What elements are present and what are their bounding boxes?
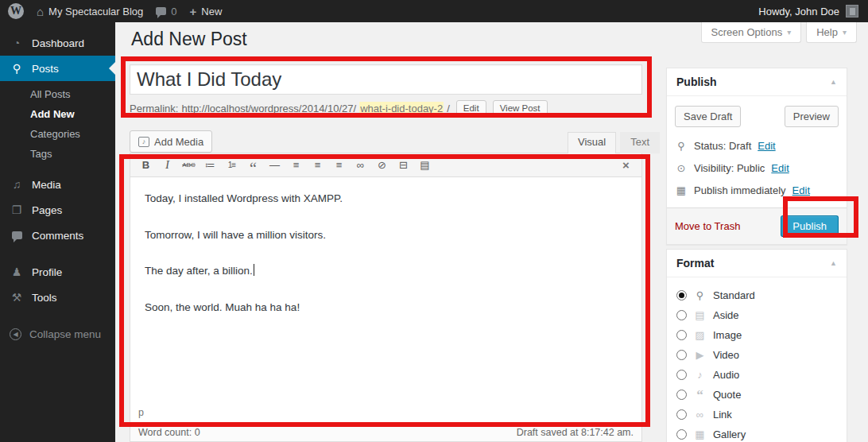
italic-button[interactable]: I	[157, 156, 178, 175]
bold-button[interactable]: B	[135, 156, 157, 175]
bulleted-list-button[interactable]: ≔	[200, 156, 221, 175]
toolbar-toggle-button[interactable]: ▤	[414, 156, 436, 175]
radio-standard[interactable]	[676, 290, 687, 300]
radio-video[interactable]	[676, 350, 687, 360]
edit-visibility-link[interactable]: Edit	[771, 162, 789, 174]
home-icon: ⌂	[37, 5, 44, 18]
sidebar-item-add-new[interactable]: Add New	[0, 104, 115, 124]
collapse-toggle-icon[interactable]: ▲	[830, 259, 837, 267]
radio-quote[interactable]	[676, 390, 687, 400]
numbered-list-button[interactable]: 1≡	[221, 156, 242, 175]
screen-options-button[interactable]: Screen Options ▾	[701, 22, 802, 43]
admin-bar: W ⌂ My Spectacular Blog 0 + New Howdy, J…	[0, 0, 868, 22]
align-left-button[interactable]: ≡	[285, 156, 307, 175]
radio-image[interactable]	[676, 330, 687, 340]
post-status-icon: ⚲	[675, 140, 688, 152]
image-icon: ▨	[693, 329, 707, 341]
format-option-link[interactable]: ∞ Link	[676, 405, 837, 425]
format-option-aside[interactable]: ▤ Aside	[676, 305, 837, 325]
sidebar-item-collapse-menu[interactable]: ◀ Collapse menu	[0, 321, 115, 347]
radio-aside[interactable]	[676, 310, 687, 320]
quote-icon: “	[693, 391, 707, 399]
chevron-down-icon: ▾	[843, 28, 847, 37]
align-center-button[interactable]: ≡	[307, 156, 328, 175]
edit-schedule-link[interactable]: Edit	[792, 184, 810, 196]
format-option-audio[interactable]: ♪ Audio	[676, 365, 837, 385]
format-option-standard[interactable]: ⚲ Standard	[676, 285, 837, 305]
horizontal-rule-button[interactable]: ―	[264, 156, 285, 175]
post-title-input[interactable]	[130, 64, 642, 95]
align-right-button[interactable]: ≡	[328, 156, 350, 175]
format-option-gallery[interactable]: ▦ Gallery	[676, 425, 837, 442]
format-metabox: Format ▲ ⚲ Standard ▤ Aside ▨ Image ▶	[666, 249, 847, 442]
tab-visual[interactable]: Visual	[568, 132, 616, 153]
schedule-text: Publish immediately	[694, 184, 786, 196]
calendar-icon: ▦	[675, 184, 688, 196]
editor-paragraph: Soon, the world. Muah ha ha ha!	[145, 300, 627, 316]
sidebar-item-label: Pages	[32, 204, 62, 216]
sidebar-item-comments[interactable]: Comments	[0, 223, 115, 248]
radio-link[interactable]	[676, 409, 687, 420]
tab-text[interactable]: Text	[620, 132, 660, 153]
gallery-icon: ▦	[693, 428, 707, 440]
preview-button[interactable]: Preview	[785, 106, 839, 127]
major-publishing-actions: Move to Trash Publish	[667, 207, 847, 244]
unlink-button[interactable]: ⊘	[371, 156, 393, 175]
strikethrough-button[interactable]: ABC	[178, 156, 200, 175]
dashboard-icon: ◔	[10, 37, 24, 49]
collapse-arrow-icon: ◀	[10, 328, 21, 340]
sidebar-item-tools[interactable]: ⚒ Tools	[0, 285, 115, 310]
sidebar-item-all-posts[interactable]: All Posts	[0, 84, 115, 104]
publish-metabox-header[interactable]: Publish ▲	[667, 68, 847, 96]
publish-button[interactable]: Publish	[781, 215, 839, 237]
sidebar-item-tags[interactable]: Tags	[0, 144, 115, 164]
site-name-link[interactable]: ⌂ My Spectacular Blog	[37, 5, 143, 18]
format-option-quote[interactable]: “ Quote	[676, 385, 837, 405]
permalink-edit-button[interactable]: Edit	[456, 100, 486, 116]
comments-bubble-link[interactable]: 0	[156, 6, 176, 17]
sidebar-item-posts[interactable]: ⚲ Posts	[0, 56, 115, 81]
permalink-slug[interactable]: what-i-did-today-2	[359, 102, 444, 115]
word-count: Word count: 0	[138, 427, 200, 438]
video-play-icon: ▶	[693, 349, 707, 361]
move-to-trash-link[interactable]: Move to Trash	[675, 220, 740, 232]
sidebar-item-media[interactable]: ♫ Media	[0, 172, 115, 197]
sidebar-item-label: Profile	[32, 266, 62, 278]
minor-publishing-actions: Save Draft Preview	[675, 106, 839, 127]
format-option-image[interactable]: ▨ Image	[676, 325, 837, 345]
visual-editor: B I ABC ≔ 1≡ “ ― ≡ ≡ ≡ ∞ ⊘ ⊟ ▤ × Today, …	[130, 153, 642, 424]
radio-audio[interactable]	[676, 370, 687, 380]
sidebar-item-label: Media	[32, 179, 61, 191]
editor-content-area[interactable]: Today, I installed Wordpress with XAMPP.…	[130, 177, 641, 315]
radio-gallery[interactable]	[676, 429, 687, 440]
help-button[interactable]: Help ▾	[806, 22, 857, 43]
format-metabox-header[interactable]: Format ▲	[667, 250, 847, 277]
sidebar-separator	[0, 248, 115, 259]
user-avatar[interactable]	[846, 5, 858, 17]
link-button[interactable]: ∞	[350, 156, 371, 175]
visibility-text: Visibility: Public	[694, 162, 765, 174]
sidebar-item-profile[interactable]: ♟ Profile	[0, 259, 115, 285]
sidebar-item-dashboard[interactable]: ◔ Dashboard	[0, 30, 115, 56]
format-options-list: ⚲ Standard ▤ Aside ▨ Image ▶ Video ♪	[667, 277, 847, 442]
edit-status-link[interactable]: Edit	[758, 140, 775, 152]
save-draft-button[interactable]: Save Draft	[675, 106, 741, 127]
sidebar-item-label: Tools	[32, 292, 57, 304]
editor-element-path[interactable]: p	[130, 407, 641, 423]
add-media-button[interactable]: ♪ Add Media	[130, 130, 212, 153]
howdy-user-link[interactable]: Howdy, John Doe	[758, 6, 839, 17]
fullscreen-button[interactable]: ×	[615, 156, 637, 175]
sidebar-item-pages[interactable]: ❐ Pages	[0, 197, 115, 223]
collapse-toggle-icon[interactable]: ▲	[830, 78, 837, 86]
wordpress-logo-icon[interactable]: W	[8, 3, 24, 19]
new-content-link[interactable]: + New	[190, 5, 223, 18]
more-tag-button[interactable]: ⊟	[393, 156, 414, 175]
sidebar-item-categories[interactable]: Categories	[0, 124, 115, 144]
screen-options-label: Screen Options	[711, 26, 783, 38]
view-post-button[interactable]: View Post	[493, 100, 548, 116]
blockquote-button[interactable]: “	[242, 156, 264, 175]
schedule-row: ▦ Publish immediately Edit	[675, 184, 839, 196]
user-icon: ♟	[10, 266, 24, 278]
format-option-video[interactable]: ▶ Video	[676, 345, 837, 365]
screen-meta-links: Screen Options ▾ Help ▾	[701, 22, 857, 43]
